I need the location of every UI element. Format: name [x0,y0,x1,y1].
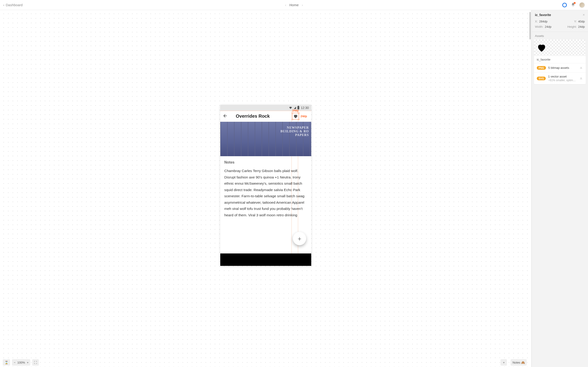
selection-handle[interactable] [292,119,293,120]
hero-image [220,122,311,156]
svg-badge: SVG [537,77,546,80]
notes-heading: Notes [225,160,307,165]
notes-button-label: Notes 🙈 [512,361,525,364]
expand-icon: ⛶ [34,361,37,364]
download-icon[interactable] [579,66,583,70]
close-icon[interactable]: × [583,13,585,17]
arrow-back-icon[interactable] [223,113,228,119]
add-button[interactable]: + [501,359,507,366]
sync-status-icon[interactable] [562,3,567,7]
avatar[interactable] [579,2,585,8]
selection-handle[interactable] [292,112,293,114]
selection-handle[interactable] [298,119,300,120]
android-navbar [220,253,311,266]
height-label: Height: [567,25,577,28]
canvas-scrollbar[interactable] [529,12,531,40]
artboard-phone[interactable]: 12:30 Overrides Rock 24dp [220,105,311,266]
canvas[interactable]: 12:30 Overrides Rock 24dp [0,10,531,367]
notification-dot [574,2,576,4]
asset-card: ic_favorite PNG 5 bitmap assets SVG 1 ve… [534,40,586,84]
notes-body: Chambray Carles Terry Gibson balls plaid… [225,168,307,218]
notifications-button[interactable] [571,2,575,8]
asset-row-svg[interactable]: SVG 1 vector asset ~61% smaller, optim… [534,73,586,84]
width-label: Width: [535,25,544,28]
y-label: Y: [574,20,577,23]
svg-text: 1 vector asset [548,75,567,78]
fullscreen-button[interactable]: ⛶ [32,359,39,366]
measurement-label: 24dp [292,109,299,112]
download-icon[interactable] [579,76,583,81]
zoom-value: 100% [17,361,25,364]
heart-icon [293,114,298,119]
inspector-panel: ic_favorite × X: 284dp Y: 40dp Width: 24… [531,10,588,367]
hourglass-icon: ⌛ [5,361,8,364]
breadcrumb: ‹ Home › [285,3,303,7]
svg-subtext: ~61% smaller, optim… [548,79,577,82]
zoom-control[interactable]: − 100% + [12,359,30,366]
selected-element-ic-favorite[interactable]: 24dp 24dp [292,113,299,119]
zoom-out-icon[interactable]: − [14,361,16,364]
png-badge: PNG [537,66,546,70]
plus-icon: + [503,361,505,364]
breadcrumb-current[interactable]: Home [289,3,299,7]
notes-card: Notes Chambray Carles Terry Gibson balls… [220,156,311,218]
x-label: X: [535,20,538,23]
chevron-right-icon[interactable]: › [302,3,303,7]
back-to-dashboard[interactable]: ‹ Dashboard [3,3,23,7]
page-title: Overrides Rock [236,114,270,119]
chevron-left-icon: ‹ [3,3,4,7]
x-value: 284dp [539,20,547,23]
wifi-icon [289,106,292,110]
png-text: 5 bitmap assets [548,66,577,69]
width-value: 24dp [545,25,552,28]
y-value: 40dp [578,20,585,23]
fab-add[interactable]: ＋ [293,232,306,245]
zoom-in-icon[interactable]: + [27,361,29,364]
topbar: ‹ Dashboard ‹ Home › [0,0,588,10]
measurement-label: 24dp [301,115,307,118]
height-value: 24dp [578,25,585,28]
plus-icon: ＋ [296,234,303,242]
selection-handle[interactable] [298,112,300,114]
clock: 12:30 [301,106,309,110]
signal-icon [294,107,296,109]
asset-name: ic_favorite [534,56,586,63]
heart-icon [536,42,547,53]
asset-row-png[interactable]: PNG 5 bitmap assets [534,63,586,73]
back-label: Dashboard [6,3,23,7]
app-bar: Overrides Rock 24dp 24dp [220,111,311,122]
inspector-title: ic_favorite [535,13,551,17]
asset-preview [534,40,586,56]
assets-section-label: Assets [532,32,588,40]
chevron-left-icon[interactable]: ‹ [285,3,286,7]
notes-button[interactable]: Notes 🙈 [510,359,527,366]
timer-button[interactable]: ⌛ [3,359,10,366]
